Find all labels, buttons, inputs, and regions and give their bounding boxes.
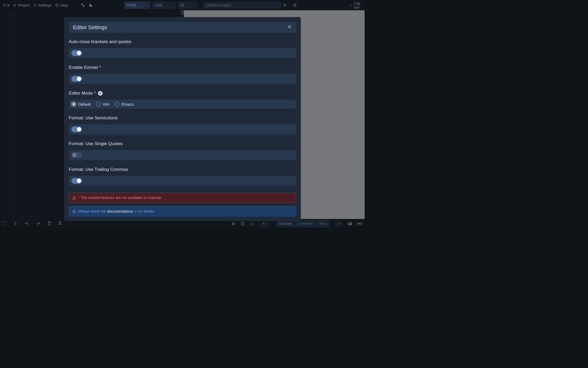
radio-default[interactable]: Default (71, 102, 91, 106)
setting-autoclose-control (69, 48, 296, 58)
alert-info-prefix: Please check the (78, 209, 107, 213)
close-icon (287, 24, 292, 29)
modal-header: Editor Settings (69, 22, 296, 33)
alert-warning-text: * The marked features are not available … (78, 196, 162, 200)
setting-semicolons-label: Format: Use Semicolons (69, 115, 296, 121)
setting-autoclose: Auto-close brackets and quotes (69, 39, 296, 58)
setting-autoclose-label: Auto-close brackets and quotes (69, 39, 296, 44)
editor-settings-modal: Editor Settings Auto-close brackets and … (64, 17, 301, 221)
toggle-trailing-commas[interactable] (71, 178, 82, 184)
alert-info-suffix: for details. (137, 209, 155, 213)
radio-emacs[interactable]: Emacs (115, 102, 134, 106)
documentation-link[interactable]: documentations (107, 209, 137, 213)
radio-vim-label: Vim (103, 102, 110, 106)
setting-trailing-commas-control (69, 176, 296, 186)
help-circle-icon (72, 209, 76, 213)
setting-emmet: Enable Emmet * (69, 65, 296, 84)
toggle-single-quotes[interactable] (71, 152, 82, 158)
setting-single-quotes-label: Format: Use Single Quotes (69, 141, 296, 146)
radio-vim[interactable]: Vim (96, 102, 110, 106)
setting-semicolons: Format: Use Semicolons (69, 115, 296, 134)
setting-trailing-commas: Format: Use Trailing Commas (69, 167, 296, 186)
setting-emmet-label: Enable Emmet * (69, 65, 296, 70)
modal-close-button[interactable] (287, 24, 292, 30)
setting-editor-mode-label-text: Editor Mode * (69, 91, 96, 96)
setting-emmet-control (69, 74, 296, 84)
radio-default-label: Default (78, 102, 91, 106)
setting-single-quotes-control (69, 150, 296, 160)
radio-emacs-label: Emacs (122, 102, 134, 106)
toggle-semicolons[interactable] (71, 126, 82, 132)
alert-info: Please check the documentations for deta… (69, 206, 296, 216)
info-icon[interactable]: i (98, 91, 103, 96)
setting-editor-mode: Editor Mode * i Default Vim Emacs (69, 91, 296, 109)
setting-single-quotes: Format: Use Single Quotes (69, 141, 296, 160)
setting-editor-mode-label: Editor Mode * i (69, 91, 296, 96)
setting-trailing-commas-label: Format: Use Trailing Commas (69, 167, 296, 172)
documentation-link-text: documentations (107, 209, 133, 213)
external-link-icon (134, 210, 137, 213)
warning-icon (72, 196, 76, 200)
svg-point-37 (74, 198, 74, 199)
svg-point-39 (74, 212, 74, 212)
modal-title: Editor Settings (73, 24, 107, 30)
toggle-emmet[interactable] (71, 76, 82, 82)
setting-semicolons-control (69, 124, 296, 134)
alert-info-text: Please check the documentations for deta… (78, 209, 155, 213)
setting-editor-mode-control: Default Vim Emacs (69, 100, 296, 109)
alert-warning: * The marked features are not available … (69, 193, 296, 203)
toggle-autoclose[interactable] (71, 50, 82, 56)
